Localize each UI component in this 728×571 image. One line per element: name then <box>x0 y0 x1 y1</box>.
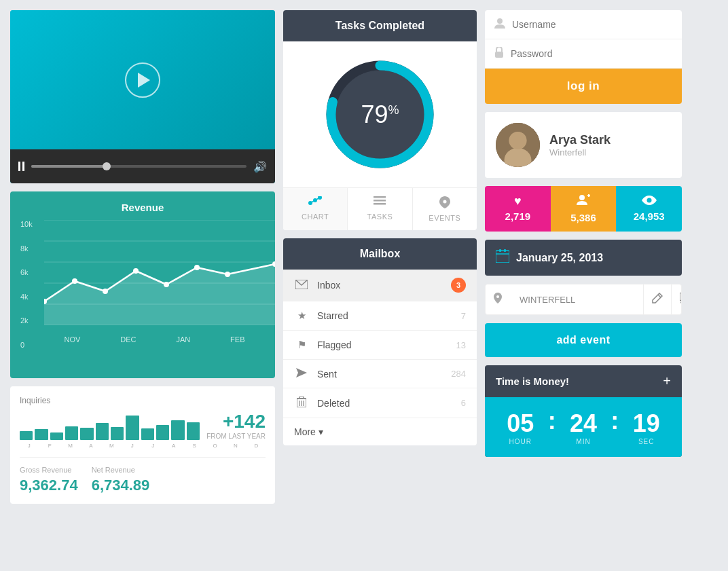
location-icon <box>486 284 510 314</box>
tab-chart[interactable]: CHART <box>283 188 348 230</box>
bar-item <box>141 428 154 440</box>
play-button[interactable] <box>125 62 160 98</box>
timer-minutes: 24 MIN <box>558 409 610 445</box>
location-input[interactable] <box>510 284 643 314</box>
inbox-label: Inbox <box>317 280 451 291</box>
edit-button[interactable] <box>643 284 671 314</box>
stat-likes[interactable]: ♥ 2,719 <box>485 186 551 232</box>
svg-rect-23 <box>374 196 386 198</box>
tab-tasks[interactable]: TASKS <box>348 188 412 230</box>
inquiries-bar-chart <box>20 409 200 440</box>
mailbox-inbox[interactable]: Inbox 3 <box>283 270 477 301</box>
tasks-header-text: Tasks Completed <box>335 20 424 31</box>
timer-add-button[interactable]: + <box>663 373 671 389</box>
username-input[interactable] <box>512 19 672 30</box>
more-label: More <box>294 426 316 437</box>
svg-rect-25 <box>374 203 386 205</box>
x-axis-labels: NOV DEC JAN FEB <box>44 335 265 344</box>
bar-item <box>20 431 33 441</box>
svg-line-50 <box>658 295 661 297</box>
net-revenue: Net Revenue 6,734.89 <box>92 466 150 494</box>
timer-title: Time is Money! <box>496 375 569 387</box>
svg-rect-36 <box>495 52 503 58</box>
video-screen <box>10 10 275 149</box>
login-card: log in <box>485 10 682 104</box>
bar-item <box>126 416 139 440</box>
stat-views[interactable]: 24,953 <box>616 186 682 232</box>
bar-item <box>50 432 63 440</box>
svg-point-10 <box>133 268 139 274</box>
month-labels: J F M A M J J A S O N D <box>20 443 266 449</box>
chart-svg <box>44 220 265 332</box>
tasks-tabs: CHART TASKS <box>283 187 477 230</box>
revenue-chart: Revenue 0 2k 4k 6k 8k 10k <box>10 191 275 378</box>
mailbox-starred[interactable]: ★ Starred 7 <box>283 301 477 331</box>
bar-item <box>35 429 48 440</box>
bar-item <box>156 425 169 441</box>
inquiries-label: Inquiries <box>20 396 266 405</box>
svg-point-26 <box>443 200 446 204</box>
timer-hours-label: HOUR <box>494 438 547 445</box>
timer-seconds-label: SEC <box>620 438 672 445</box>
svg-marker-28 <box>296 368 307 377</box>
comment-button[interactable] <box>671 284 682 314</box>
inquiry-sublabel: FROM LAST YEAR <box>206 432 266 440</box>
deleted-label: Deleted <box>317 398 461 409</box>
timer-minutes-label: MIN <box>558 438 610 445</box>
starred-label: Starred <box>317 310 461 321</box>
profile-card: Arya Stark Winterfell <box>485 112 682 178</box>
bar-item <box>171 420 184 440</box>
mailbox-card: Mailbox Inbox 3 ★ Starred 7 ⚑ Flagge <box>283 238 477 445</box>
sent-icon <box>294 368 309 380</box>
flagged-icon: ⚑ <box>294 339 309 351</box>
profile-name: Arya Stark <box>549 133 611 147</box>
net-revenue-label: Net Revenue <box>92 466 150 474</box>
eye-icon <box>621 194 676 208</box>
svg-marker-6 <box>44 264 275 325</box>
timer-minutes-value: 24 <box>558 409 610 438</box>
pause-button[interactable] <box>18 162 24 171</box>
tasks-card: Tasks Completed 79% <box>283 10 477 230</box>
timer-hours-value: 05 <box>494 409 547 438</box>
mailbox-deleted[interactable]: Deleted 6 <box>283 388 477 418</box>
deleted-count: 6 <box>461 398 466 408</box>
svg-point-13 <box>225 272 230 277</box>
progress-bar[interactable] <box>31 165 247 168</box>
events-icon <box>418 196 471 212</box>
sent-count: 284 <box>451 369 466 379</box>
add-event-button[interactable]: add event <box>485 323 682 357</box>
timer-sep-2: : <box>609 407 620 435</box>
action-row <box>485 284 682 315</box>
mailbox-sent[interactable]: Sent 284 <box>283 360 477 388</box>
svg-rect-51 <box>680 293 682 301</box>
mailbox-header-text: Mailbox <box>360 248 401 259</box>
donut-center: 79% <box>361 100 399 129</box>
sent-label: Sent <box>317 369 451 380</box>
chart-icon <box>289 196 342 210</box>
video-controls: 🔊 <box>10 149 275 183</box>
mailbox-flagged[interactable]: ⚑ Flagged 13 <box>283 331 477 360</box>
password-input[interactable] <box>511 48 672 59</box>
inquiry-count: +142 FROM LAST YEAR <box>206 411 266 440</box>
volume-icon[interactable]: 🔊 <box>253 160 267 173</box>
inquiry-number: +142 <box>206 411 266 432</box>
stat-followers-value: 5,386 <box>556 212 611 223</box>
login-button[interactable]: log in <box>485 69 682 104</box>
bar-item <box>111 427 124 440</box>
tab-events[interactable]: EVENTS <box>413 188 477 230</box>
flagged-label: Flagged <box>317 339 456 350</box>
person-plus-icon <box>556 194 611 210</box>
bar-item <box>65 426 78 440</box>
calendar-icon <box>496 249 509 266</box>
stat-followers[interactable]: 5,386 <box>551 186 617 232</box>
net-revenue-value: 6,734.89 <box>92 477 150 494</box>
timer-display: 05 HOUR : 24 MIN : 19 SEC <box>485 397 682 457</box>
donut-chart: 79% <box>321 55 439 174</box>
stat-views-value: 24,953 <box>621 210 676 222</box>
mailbox-more[interactable]: More ▾ <box>283 418 477 445</box>
password-row <box>485 39 682 69</box>
avatar <box>496 123 540 167</box>
svg-point-8 <box>72 278 77 284</box>
mailbox-header: Mailbox <box>283 238 477 270</box>
video-player: 🔊 <box>10 10 275 183</box>
